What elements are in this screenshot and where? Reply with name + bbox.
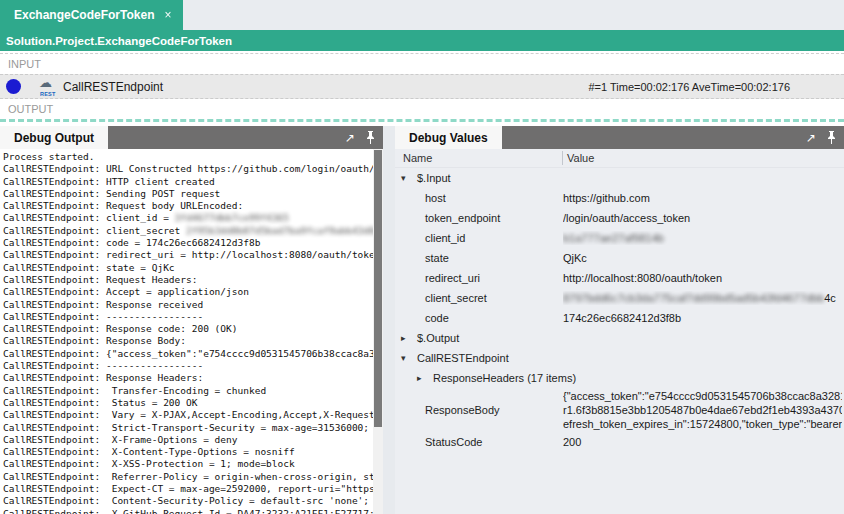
row-name: client_id <box>425 232 465 244</box>
console-line: CallRESTEndpoint: Status = 200 OK <box>3 397 373 409</box>
console-line: CallRESTEndpoint: Vary = X-PJAX,Accept-E… <box>3 409 373 421</box>
bottom-panels: Debug Output ↗ Process started.CallRESTE… <box>0 126 844 514</box>
breakpoint-indicator[interactable] <box>6 79 21 94</box>
debug-output-console[interactable]: Process started.CallRESTEndpoint: URL Co… <box>0 149 373 514</box>
process-canvas: INPUT ☁ REST CallRESTEndpoint #=1 Time=0… <box>0 53 844 122</box>
row-name: ResponseHeaders (17 items) <box>433 372 576 384</box>
row-value: b1a777ae27af9814b <box>563 231 842 245</box>
row-name: state <box>425 252 449 264</box>
row-name: token_endpoint <box>425 212 500 224</box>
console-line: CallRESTEndpoint: Content-Security-Polic… <box>3 495 373 507</box>
tab-title: ExchangeCodeForToken <box>14 8 154 22</box>
tab-close-icon[interactable]: × <box>164 8 171 22</box>
console-line: CallRESTEndpoint: Response Headers: <box>3 372 373 384</box>
console-line: CallRESTEndpoint: Referrer-Policy = orig… <box>3 471 373 483</box>
tab-exchangecodefortoken[interactable]: ExchangeCodeForToken × <box>0 0 183 30</box>
row-name: $.Output <box>417 332 459 344</box>
debug-output-tab[interactable]: Debug Output <box>0 126 108 149</box>
tree-row[interactable]: token_endpoint/login/oauth/access_token <box>395 208 844 228</box>
chevron-down-icon[interactable]: ▾ <box>401 353 417 363</box>
row-value: https://github.com <box>563 191 842 205</box>
row-name: redirect_uri <box>425 272 480 284</box>
console-line: CallRESTEndpoint: ----------------- <box>3 360 373 372</box>
chevron-down-icon[interactable]: ▾ <box>401 173 417 183</box>
values-grid-header: Name Value <box>395 149 844 168</box>
debug-output-header: Debug Output ↗ <box>0 126 383 149</box>
column-separator[interactable] <box>562 151 563 165</box>
scrollbar-thumb[interactable] <box>374 150 382 427</box>
console-line: CallRESTEndpoint: Response Body: <box>3 335 373 347</box>
app-window: ExchangeCodeForToken × Solution.Project.… <box>0 0 844 514</box>
pin-icon[interactable] <box>365 131 379 144</box>
tree-row[interactable]: hosthttps://github.com <box>395 188 844 208</box>
column-header-name[interactable]: Name <box>395 152 432 164</box>
node-callrestendpoint[interactable]: ☁ REST CallRESTEndpoint #=1 Time=00:02:1… <box>0 74 844 99</box>
breadcrumb: Solution.Project.ExchangeCodeForToken <box>0 30 844 51</box>
tree-row[interactable]: redirect_urihttp://localhost:8080/oauth/… <box>395 268 844 288</box>
node-execution-stats: #=1 Time=00:02:176 AveTime=00:02:176 <box>588 81 790 93</box>
popout-icon[interactable]: ↗ <box>343 132 357 144</box>
console-line: CallRESTEndpoint: HTTP client created <box>3 176 373 188</box>
console-line: CallRESTEndpoint: Response code: 200 (OK… <box>3 323 373 335</box>
console-line: CallRESTEndpoint: code = 174c26ec6682412… <box>3 237 373 249</box>
column-header-value[interactable]: Value <box>567 152 594 164</box>
tree-row[interactable]: ▾CallRESTEndpoint <box>395 348 844 368</box>
row-value: 200 <box>563 435 842 449</box>
tree-row[interactable]: client_secret8797bdd6c7cb3da775caf7dd99b… <box>395 288 844 308</box>
row-name: StatusCode <box>425 436 482 448</box>
document-tabstrip: ExchangeCodeForToken × <box>0 0 844 30</box>
row-value: 174c26ec6682412d3f8b <box>563 311 842 325</box>
chevron-right-icon[interactable]: ▸ <box>417 373 433 383</box>
popout-icon[interactable]: ↗ <box>804 132 818 144</box>
row-name: CallRESTEndpoint <box>417 352 509 364</box>
console-line: CallRESTEndpoint: X-Content-Type-Options… <box>3 446 373 458</box>
debug-values-tab[interactable]: Debug Values <box>395 126 502 149</box>
tree-row[interactable]: client_idb1a777ae27af9814b <box>395 228 844 248</box>
console-line: CallRESTEndpoint: Expect-CT = max-age=25… <box>3 483 373 495</box>
chevron-right-icon[interactable]: ▸ <box>401 333 417 343</box>
tree-row[interactable]: StatusCode200 <box>395 432 844 452</box>
rest-word: REST <box>40 91 55 97</box>
row-value: http://localhost:8080/oauth/token <box>563 271 842 285</box>
tree-row[interactable]: ▸$.Output <box>395 328 844 348</box>
row-name: $.Input <box>417 172 451 184</box>
console-line: CallRESTEndpoint: client_secret 2f95b3dd… <box>3 225 373 237</box>
pin-icon[interactable] <box>826 131 840 144</box>
console-line: CallRESTEndpoint: redirect_uri = http://… <box>3 249 373 261</box>
console-line: CallRESTEndpoint: ----------------- <box>3 311 373 323</box>
input-section-label: INPUT <box>0 54 844 74</box>
debug-output-scrollbar[interactable] <box>373 149 383 514</box>
console-line: Process started. <box>3 151 373 163</box>
console-line: CallRESTEndpoint: Request body URLEncode… <box>3 200 373 212</box>
console-line: CallRESTEndpoint: X-GitHub-Request-Id = … <box>3 508 373 514</box>
row-value: /login/oauth/access_token <box>563 211 842 225</box>
console-line: CallRESTEndpoint: X-XSS-Protection = 1; … <box>3 458 373 470</box>
row-name: host <box>425 192 446 204</box>
panel-splitter[interactable] <box>383 126 395 514</box>
debug-values-header: Debug Values ↗ <box>395 126 844 149</box>
console-line: CallRESTEndpoint: state = QjKc <box>3 262 373 274</box>
console-line: CallRESTEndpoint: X-Frame-Options = deny <box>3 434 373 446</box>
row-value: QjKc <box>563 251 842 265</box>
row-value: {"access_token":"e754cccc9d0531545706b38… <box>563 389 842 431</box>
cloud-glyph: ☁ <box>39 77 52 89</box>
rest-cloud-icon: ☁ REST <box>39 78 59 96</box>
tree-row[interactable]: stateQjKc <box>395 248 844 268</box>
row-value: 8797bdd6c7cb3da775caf7dd99bd5ad5b43fd467… <box>563 291 842 305</box>
console-line: CallRESTEndpoint: {"access_token":"e754c… <box>3 348 373 360</box>
console-line: CallRESTEndpoint: Response received <box>3 299 373 311</box>
tree-row[interactable]: ▾$.Input <box>395 168 844 188</box>
output-section-label: OUTPUT <box>0 99 844 119</box>
debug-values-panel: Debug Values ↗ Name Value ▾$.Inputhostht… <box>395 126 844 514</box>
row-name: ResponseBody <box>425 404 500 416</box>
row-name: code <box>425 312 449 324</box>
tree-row[interactable]: code174c26ec6682412d3f8b <box>395 308 844 328</box>
node-label: CallRESTEndpoint <box>63 80 163 94</box>
debug-output-panel: Debug Output ↗ Process started.CallRESTE… <box>0 126 383 514</box>
tree-row[interactable]: ResponseBody{"access_token":"e754cccc9d0… <box>395 388 844 432</box>
console-line: CallRESTEndpoint: Sending POST request <box>3 188 373 200</box>
row-name: client_secret <box>425 292 487 304</box>
tree-row[interactable]: ▸ResponseHeaders (17 items) <box>395 368 844 388</box>
console-line: CallRESTEndpoint: URL Constructed https:… <box>3 163 373 175</box>
values-tree: ▾$.Inputhosthttps://github.comtoken_endp… <box>395 168 844 514</box>
